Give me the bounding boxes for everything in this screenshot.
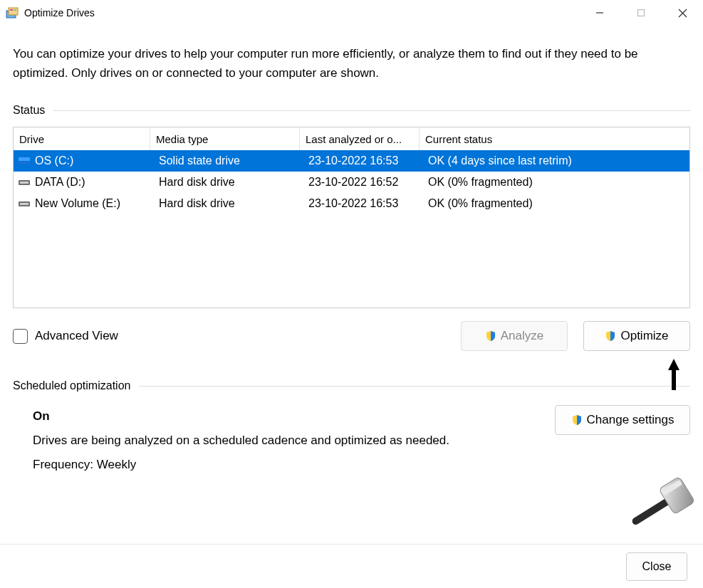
- status-label: Status: [13, 104, 53, 117]
- drive-name: OS (C:): [35, 154, 73, 167]
- drive-icon: [18, 199, 32, 209]
- close-button[interactable]: Close: [626, 552, 687, 581]
- divider: [53, 110, 690, 111]
- footer: Close: [0, 544, 703, 588]
- scheduled-label: Scheduled optimization: [13, 379, 139, 392]
- minimize-button[interactable]: [579, 0, 620, 26]
- description-text: You can optimize your drives to help you…: [13, 44, 682, 83]
- scheduled-state: On: [33, 409, 539, 424]
- drive-row[interactable]: New Volume (E:) Hard disk drive 23-10-20…: [14, 193, 689, 214]
- drive-last: 23-10-2022 16:53: [303, 197, 422, 210]
- drive-row[interactable]: OS (C:) Solid state drive 23-10-2022 16:…: [14, 150, 689, 172]
- drive-media: Solid state drive: [153, 154, 303, 167]
- drive-name: New Volume (E:): [35, 197, 120, 210]
- svg-rect-1: [9, 8, 18, 15]
- scheduled-frequency: Frequency: Weekly: [33, 458, 539, 472]
- svg-rect-2: [10, 9, 13, 11]
- scheduled-description: Drives are being analyzed on a scheduled…: [33, 434, 539, 448]
- column-header-status[interactable]: Current status: [420, 127, 689, 150]
- advanced-view-label[interactable]: Advanced View: [35, 329, 118, 343]
- drive-media: Hard disk drive: [153, 176, 303, 189]
- analyze-label: Analyze: [501, 329, 543, 343]
- scheduled-info: On Drives are being analyzed on a schedu…: [13, 402, 539, 472]
- drive-last: 23-10-2022 16:53: [303, 154, 422, 167]
- svg-rect-17: [662, 480, 683, 496]
- column-header-last[interactable]: Last analyzed or o...: [300, 127, 420, 150]
- close-label: Close: [642, 560, 672, 573]
- app-icon: [6, 6, 19, 19]
- hammer-icon: [620, 470, 699, 541]
- scheduled-section-heading: Scheduled optimization: [13, 379, 690, 392]
- drive-row[interactable]: DATA (D:) Hard disk drive 23-10-2022 16:…: [14, 172, 689, 193]
- svg-rect-13: [20, 203, 28, 205]
- drive-icon: [18, 177, 32, 187]
- change-settings-label: Change settings: [587, 413, 675, 427]
- divider: [139, 386, 690, 387]
- optimize-button[interactable]: Optimize: [583, 321, 690, 351]
- close-window-button[interactable]: [662, 0, 703, 26]
- svg-rect-8: [19, 157, 30, 161]
- shield-icon: [571, 414, 583, 426]
- drive-status: OK (0% fragmented): [422, 176, 689, 189]
- status-section-heading: Status: [13, 104, 690, 117]
- maximize-button[interactable]: [620, 0, 662, 26]
- column-header-drive[interactable]: Drive: [14, 127, 150, 150]
- drives-list: Drive Media type Last analyzed or o... C…: [13, 127, 690, 308]
- shield-icon: [485, 330, 496, 342]
- window-title: Optimize Drives: [24, 7, 95, 19]
- column-header-media[interactable]: Media type: [150, 127, 300, 150]
- drive-icon: [18, 156, 32, 166]
- advanced-view-checkbox[interactable]: [13, 329, 28, 344]
- shield-icon: [605, 330, 616, 342]
- svg-rect-5: [638, 10, 645, 16]
- svg-rect-16: [659, 476, 695, 515]
- drive-last: 23-10-2022 16:52: [303, 176, 422, 189]
- drive-media: Hard disk drive: [153, 197, 303, 210]
- analyze-button[interactable]: Analyze: [461, 321, 568, 351]
- drive-status: OK (4 days since last retrim): [422, 154, 689, 167]
- drive-status: OK (0% fragmented): [422, 197, 689, 210]
- svg-rect-15: [631, 497, 672, 526]
- titlebar: Optimize Drives: [0, 0, 703, 26]
- change-settings-button[interactable]: Change settings: [555, 405, 690, 435]
- optimize-label: Optimize: [620, 329, 668, 343]
- drive-name: DATA (D:): [35, 176, 85, 189]
- svg-rect-9: [19, 162, 30, 164]
- svg-rect-3: [14, 9, 16, 11]
- svg-rect-11: [20, 182, 28, 184]
- drives-header: Drive Media type Last analyzed or o... C…: [14, 127, 689, 150]
